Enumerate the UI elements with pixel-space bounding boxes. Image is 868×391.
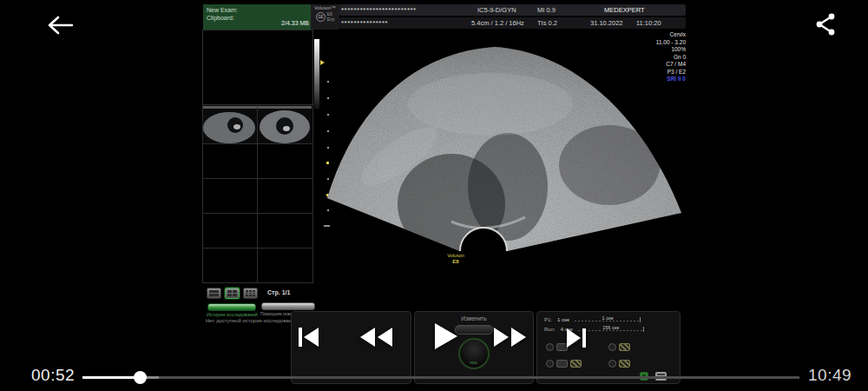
patient-id-masked: *************** — [341, 19, 388, 27]
facility-name: MEDEXPERT — [604, 6, 645, 14]
chip-grid-icon — [619, 360, 630, 368]
p1-slider: 1 сек — [575, 316, 641, 322]
probe-label: IC5-9-D/GYN — [477, 6, 516, 14]
mini-knob-icon — [546, 343, 554, 351]
run-label: Run: — [544, 327, 556, 332]
arrow-left-icon — [47, 13, 75, 37]
chip-icon — [556, 360, 568, 368]
tis-value: TIs 0.2 — [537, 19, 557, 27]
new-exam-label: New Exam: — [207, 6, 309, 14]
fast-forward-icon — [493, 327, 528, 348]
chip-grid-icon — [619, 343, 630, 351]
chip-grid-icon — [570, 360, 582, 368]
current-time: 00:52 — [31, 366, 75, 385]
tab-exam-history-label: История исследований — [207, 312, 258, 317]
seek-bar[interactable] — [82, 371, 799, 383]
grayscale-bar — [314, 39, 319, 109]
mini-knob-icon — [608, 360, 616, 368]
mini-knob-icon — [608, 343, 616, 351]
ultrasound-fan-image — [321, 35, 686, 261]
ge-monogram-icon: GE — [316, 12, 326, 22]
cine-control-group — [608, 343, 630, 351]
clipboard-grid-row — [203, 144, 312, 179]
skip-previous-icon — [296, 326, 320, 348]
p1-label: P1: — [544, 317, 552, 322]
seek-played — [82, 376, 140, 379]
mini-knob-icon — [546, 360, 554, 368]
skip-next-icon — [565, 328, 588, 348]
run-slider-value: 156 сек — [578, 325, 644, 330]
rewind-icon — [358, 327, 393, 348]
page-indicator: Стр. 1/1 — [267, 289, 290, 295]
mi-value: MI 0.9 — [537, 6, 556, 14]
seek-track[interactable] — [82, 376, 799, 379]
seek-thumb[interactable] — [134, 371, 147, 384]
probe-model: E8 — [452, 259, 458, 264]
total-time: 10:49 — [808, 366, 852, 385]
position-knob-label: поз. — [470, 360, 478, 365]
edit-label: Изменить — [415, 315, 533, 321]
tab-exam-history — [207, 303, 256, 311]
layout-1x2-button — [207, 288, 221, 299]
clipboard-grid-row — [203, 214, 312, 249]
fast-forward-button[interactable] — [493, 327, 528, 350]
layout-3x3-button — [243, 288, 258, 299]
skip-previous-button[interactable] — [296, 326, 320, 351]
patient-name-masked: ************************ — [341, 6, 417, 14]
header-row-1: ************************ IC5-9-D/GYN MI … — [339, 4, 686, 16]
header-row-2: *************** 5.4cm / 1.2 / 16Hz TIs 0… — [339, 17, 686, 29]
run-slider: 156 сек — [578, 326, 644, 332]
mode-label: Exp — [327, 17, 335, 22]
exam-date: 31.10.2022 — [590, 19, 623, 27]
p1-value: 1 сек — [557, 317, 569, 322]
clipboard-panel — [202, 30, 313, 283]
back-button[interactable] — [45, 12, 76, 40]
p1-slider-value: 1 сек — [575, 315, 641, 321]
clipboard-grid-row — [203, 249, 312, 282]
position-knob: поз. — [458, 338, 490, 369]
edit-button — [455, 325, 493, 335]
tab-scan-assistant — [261, 302, 315, 310]
exam-info-box: New Exam: Clipboard: 2/4.33 MB — [203, 4, 312, 30]
share-button[interactable] — [811, 10, 840, 40]
clipboard-thumbnails-row — [203, 105, 312, 144]
skip-next-button[interactable] — [565, 328, 588, 351]
cine-control-group — [608, 360, 630, 368]
layout-buttons — [207, 288, 258, 299]
rewind-button[interactable] — [358, 327, 393, 350]
history-empty-message: Нет доступной истории исследования — [206, 318, 298, 323]
play-icon — [432, 322, 458, 350]
clipboard-size: 2/4.33 MB — [281, 19, 309, 27]
cine-control-group — [546, 360, 582, 368]
clip-thumbnail-2 — [258, 105, 312, 143]
voluson-brand: Voluson™ — [311, 5, 339, 10]
play-button[interactable] — [432, 322, 458, 353]
clip-thumbnail-1 — [203, 105, 258, 143]
layout-2x2-button — [225, 288, 240, 299]
exam-time: 11:10:20 — [636, 19, 661, 27]
share-icon — [812, 11, 838, 37]
clipboard-empty-cell — [203, 30, 312, 105]
scan-params: 5.4cm / 1.2 / 16Hz — [471, 19, 524, 27]
video-player-stage: New Exam: Clipboard: 2/4.33 MB Voluson™ … — [0, 0, 868, 391]
probe-brand-label: Voluson E8 — [430, 253, 482, 264]
voluson-logo-block: Voluson™ GE E8 Exp — [311, 4, 339, 30]
clipboard-grid-row — [203, 179, 312, 214]
